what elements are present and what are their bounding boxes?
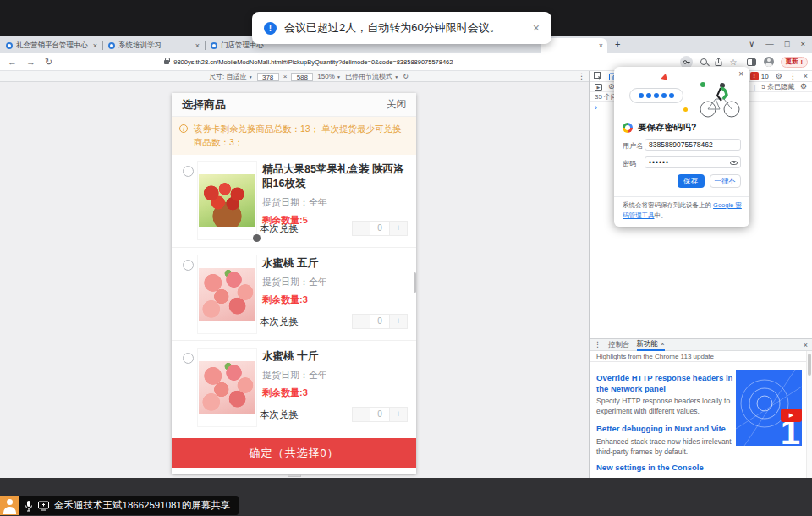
caret-icon: ▼ <box>249 74 253 80</box>
youtube-play-icon[interactable]: ▶ <box>781 409 802 422</box>
device-size-label[interactable]: 尺寸: 自适应 ▼ <box>209 72 253 81</box>
tab-gift-platform[interactable]: 礼盒营销平台管理中心 × <box>2 38 102 53</box>
mobile-viewport: 选择商品 关闭 i 该券卡剩余兑换商品总数：13； 单次提货最少可兑换商品数：3… <box>172 93 416 474</box>
drawer-menu-icon[interactable]: ⋮ <box>594 341 601 349</box>
tab-close-icon[interactable]: × <box>599 42 603 50</box>
rotate-icon[interactable]: ↻ <box>403 73 409 80</box>
exchange-label: 本次兑换 <box>260 316 299 328</box>
whats-new-header: Highlights from the Chrome 113 update <box>590 351 812 362</box>
devtools-menu-icon[interactable]: ⋮ <box>789 73 797 80</box>
inspect-icon[interactable] <box>594 72 602 80</box>
maximize-icon[interactable]: □ <box>785 38 790 50</box>
error-count: 10 <box>761 73 769 80</box>
side-panel-icon[interactable] <box>747 58 756 66</box>
update-label: 更新 <box>786 58 798 66</box>
forward-icon[interactable]: → <box>26 58 36 67</box>
viewport-height-input[interactable]: 588 <box>291 73 313 81</box>
viewport-scrollbar[interactable] <box>414 272 416 293</box>
yellow-dot-decoration <box>683 107 688 112</box>
tab-close-icon[interactable]: × <box>661 340 665 348</box>
product-title: 水蜜桃 十斤 <box>262 349 408 364</box>
plus-button[interactable]: + <box>389 221 408 236</box>
pickup-date: 提货日期：全年 <box>262 369 408 382</box>
drawer-scrollbar[interactable] <box>806 351 812 479</box>
close-link[interactable]: 关闭 <box>387 98 406 111</box>
product-image <box>197 255 257 334</box>
product-radio[interactable] <box>183 353 194 364</box>
error-counter[interactable]: ! 10 <box>750 72 769 80</box>
tab-close-icon[interactable]: × <box>93 42 97 50</box>
zoom-icon[interactable] <box>700 58 707 65</box>
minus-button[interactable]: − <box>352 221 370 236</box>
device-toolbar-menu-icon[interactable]: ⋮ <box>578 72 585 80</box>
window-controls: ∨ — □ × <box>749 38 805 50</box>
whats-new-link[interactable]: Override HTTP response headers in the Ne… <box>596 373 733 395</box>
devtools-settings-icon[interactable]: ⚙ <box>776 73 782 80</box>
minus-button[interactable]: − <box>352 407 370 422</box>
minus-button[interactable]: − <box>352 314 370 329</box>
product-radio[interactable] <box>183 166 194 177</box>
share-icon[interactable] <box>715 58 722 66</box>
minimize-icon[interactable]: — <box>765 38 774 50</box>
tab-training[interactable]: 系统培训学习 × <box>104 38 204 53</box>
save-button[interactable]: 保存 <box>678 174 705 188</box>
zoom-value: 150% <box>317 73 334 80</box>
username-field[interactable]: 8385889075578462 <box>645 139 741 151</box>
confirm-button[interactable]: 确定（共选择0） <box>172 438 416 468</box>
tab-separator <box>102 41 103 50</box>
viewport-width-input[interactable]: 378 <box>257 73 279 81</box>
quantity-value[interactable]: 0 <box>370 221 389 236</box>
chrome-113-artwork: 1 ▶ <box>736 370 802 446</box>
console-prompt-icon[interactable]: › <box>595 103 597 112</box>
profile-avatar[interactable] <box>764 57 774 67</box>
plus-button[interactable]: + <box>389 407 408 422</box>
whats-new-link[interactable]: Better debugging in Nuxt and Vite <box>596 424 733 435</box>
bookmark-star-icon[interactable]: ☆ <box>730 58 738 67</box>
size-label: 尺寸: 自适应 <box>209 73 246 80</box>
quantity-value[interactable]: 0 <box>370 407 389 422</box>
username-row: 用户名 8385889075578462 <box>623 139 741 151</box>
device-emulator-area: 尺寸: 自适应 ▼ 378 × 588 150% ▼ 已停用节流模式 ▼ ↻ ⋮… <box>0 71 590 478</box>
console-settings-icon[interactable]: ⚙ <box>800 83 807 91</box>
exchange-label: 本次兑换 <box>260 222 299 235</box>
product-row: 精品大果85苹果礼盒装 陕西洛阳16枚装 提货日期：全年 剩余数量:5 本次兑换… <box>172 154 416 247</box>
whats-new-link[interactable]: New settings in the Console <box>596 463 733 474</box>
never-button[interactable]: 一律不 <box>710 174 742 188</box>
password-illustration <box>623 74 741 119</box>
plus-button[interactable]: + <box>389 314 408 329</box>
scrollbar-thumb[interactable] <box>808 354 811 376</box>
toast-close-icon[interactable]: × <box>533 21 540 35</box>
product-image <box>197 348 257 427</box>
tab-console[interactable]: 控制台 <box>608 340 630 350</box>
tab-close-icon[interactable]: × <box>195 42 200 50</box>
tab-active[interactable]: × <box>541 38 607 53</box>
drawer-close-icon[interactable]: × <box>804 341 808 349</box>
viewport-resize-handle[interactable] <box>288 474 301 477</box>
dialog-title-row: 要保存密码吗? <box>623 122 696 134</box>
google-logo-icon <box>623 123 633 133</box>
product-info: 水蜜桃 五斤 提货日期：全年 剩余数量:3 <box>262 256 408 306</box>
product-list: 精品大果85苹果礼盒装 陕西洛阳16枚装 提货日期：全年 剩余数量:5 本次兑换… <box>172 154 416 433</box>
reload-icon[interactable]: ↻ <box>45 58 52 67</box>
screen-share-icon <box>38 501 49 511</box>
tab-whats-new[interactable]: 新功能 × <box>637 339 665 351</box>
info-icon: i <box>179 124 188 133</box>
password-field[interactable]: •••••• <box>645 156 741 168</box>
back-icon[interactable]: ← <box>8 58 17 67</box>
show-password-eye-icon[interactable] <box>730 159 738 166</box>
tab-search-icon[interactable]: ∨ <box>749 38 754 50</box>
toolbar-divider: | <box>754 83 755 91</box>
quantity-value[interactable]: 0 <box>370 314 389 329</box>
devtools-close-icon[interactable]: × <box>804 73 808 80</box>
throttle-value: 已停用节流模式 <box>345 73 392 80</box>
product-radio[interactable] <box>183 260 194 271</box>
new-tab-button[interactable]: + <box>615 39 620 49</box>
share-label: 金禾通技术王斌18662591081的屏幕共享 <box>54 499 230 512</box>
frame-selector-icon[interactable]: ▶ <box>595 84 602 91</box>
window-close-icon[interactable]: × <box>800 38 805 50</box>
zoom-select[interactable]: 150% ▼ <box>317 73 341 80</box>
update-chrome-button[interactable]: 更新 ! <box>781 57 809 68</box>
throttle-select[interactable]: 已停用节流模式 ▼ <box>345 72 398 81</box>
address-bar-url[interactable]: 9800ys.th28.cn/MobileModNoMall.html#/Pic… <box>173 58 453 66</box>
whats-new-body: Specify HTTP response headers locally to… <box>596 397 732 417</box>
